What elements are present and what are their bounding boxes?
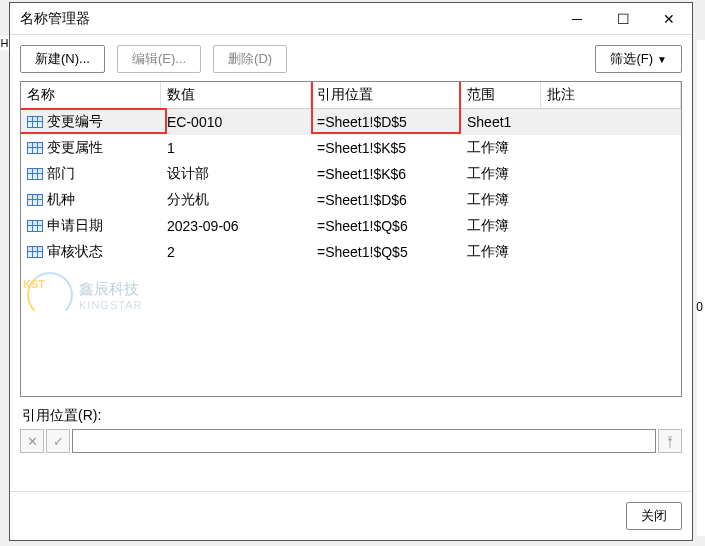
titlebar: 名称管理器 ─ ☐ ✕ bbox=[10, 3, 692, 35]
ref-accept-button[interactable]: ✓ bbox=[46, 429, 70, 453]
name-icon bbox=[27, 246, 43, 258]
background-cell-h: H bbox=[0, 36, 9, 50]
name-icon bbox=[27, 194, 43, 206]
grid-header: 名称 数值 引用位置 范围 批注 bbox=[21, 82, 681, 109]
row-scope: 工作簿 bbox=[461, 189, 541, 211]
row-scope: 工作簿 bbox=[461, 137, 541, 159]
name-manager-dialog: 名称管理器 ─ ☐ ✕ 新建(N)... 编辑(E)... 删除(D) 筛选(F… bbox=[9, 2, 693, 541]
col-scope[interactable]: 范围 bbox=[461, 82, 541, 108]
table-row[interactable]: 变更编号EC-0010=Sheet1!$D$5Sheet1 bbox=[21, 109, 681, 135]
row-name: 机种 bbox=[47, 191, 75, 209]
row-ref: =Sheet1!$Q$6 bbox=[311, 216, 461, 236]
col-name[interactable]: 名称 bbox=[21, 82, 161, 108]
row-scope: Sheet1 bbox=[461, 112, 541, 132]
col-comment[interactable]: 批注 bbox=[541, 82, 681, 108]
row-ref: =Sheet1!$K$6 bbox=[311, 164, 461, 184]
watermark-circle-icon bbox=[27, 272, 73, 318]
x-icon: ✕ bbox=[27, 434, 38, 449]
ref-input[interactable] bbox=[72, 429, 656, 453]
name-icon bbox=[27, 116, 43, 128]
minimize-button[interactable]: ─ bbox=[554, 3, 600, 35]
watermark-sub: KINGSTAR bbox=[79, 299, 142, 311]
row-name: 部门 bbox=[47, 165, 75, 183]
name-icon bbox=[27, 142, 43, 154]
row-name: 变更编号 bbox=[47, 113, 103, 131]
ref-collapse-button[interactable]: ⭱ bbox=[658, 429, 682, 453]
table-row[interactable]: 部门设计部=Sheet1!$K$6工作簿 bbox=[21, 161, 681, 187]
close-window-button[interactable]: ✕ bbox=[646, 3, 692, 35]
row-scope: 工作簿 bbox=[461, 215, 541, 237]
table-row[interactable]: 申请日期2023-09-06=Sheet1!$Q$6工作簿 bbox=[21, 213, 681, 239]
table-row[interactable]: 审核状态2=Sheet1!$Q$5工作簿 bbox=[21, 239, 681, 265]
maximize-button[interactable]: ☐ bbox=[600, 3, 646, 35]
background-edge bbox=[697, 40, 705, 536]
row-ref: =Sheet1!$D$6 bbox=[311, 190, 461, 210]
table-row[interactable]: 机种分光机=Sheet1!$D$6工作簿 bbox=[21, 187, 681, 213]
watermark: KST 鑫辰科技 KINGSTAR bbox=[27, 272, 142, 318]
row-value: 分光机 bbox=[161, 189, 311, 211]
row-comment bbox=[541, 146, 681, 150]
footer: 关闭 bbox=[10, 491, 692, 540]
close-button[interactable]: 关闭 bbox=[626, 502, 682, 530]
row-ref: =Sheet1!$D$5 bbox=[311, 112, 461, 132]
window-title: 名称管理器 bbox=[20, 10, 90, 28]
name-icon bbox=[27, 168, 43, 180]
row-value: 1 bbox=[161, 138, 311, 158]
ref-cancel-button[interactable]: ✕ bbox=[20, 429, 44, 453]
row-value: 2023-09-06 bbox=[161, 216, 311, 236]
col-ref[interactable]: 引用位置 bbox=[311, 82, 461, 108]
background-cell-0: 0 bbox=[696, 300, 703, 314]
col-value[interactable]: 数值 bbox=[161, 82, 311, 108]
row-value: EC-0010 bbox=[161, 112, 311, 132]
row-ref: =Sheet1!$K$5 bbox=[311, 138, 461, 158]
name-icon bbox=[27, 220, 43, 232]
row-name: 申请日期 bbox=[47, 217, 103, 235]
row-name: 变更属性 bbox=[47, 139, 103, 157]
ref-row: ✕ ✓ ⭱ bbox=[20, 429, 682, 453]
collapse-icon: ⭱ bbox=[664, 434, 677, 449]
chevron-down-icon: ▼ bbox=[657, 54, 667, 65]
row-value: 设计部 bbox=[161, 163, 311, 185]
row-comment bbox=[541, 250, 681, 254]
row-ref: =Sheet1!$Q$5 bbox=[311, 242, 461, 262]
row-value: 2 bbox=[161, 242, 311, 262]
delete-button[interactable]: 删除(D) bbox=[213, 45, 287, 73]
row-comment bbox=[541, 172, 681, 176]
ref-label: 引用位置(R): bbox=[22, 407, 680, 425]
row-comment bbox=[541, 120, 681, 124]
toolbar: 新建(N)... 编辑(E)... 删除(D) 筛选(F) ▼ bbox=[10, 35, 692, 81]
new-button[interactable]: 新建(N)... bbox=[20, 45, 105, 73]
edit-button[interactable]: 编辑(E)... bbox=[117, 45, 201, 73]
watermark-brand: 鑫辰科技 bbox=[79, 280, 142, 299]
row-scope: 工作簿 bbox=[461, 163, 541, 185]
row-comment bbox=[541, 198, 681, 202]
check-icon: ✓ bbox=[53, 434, 64, 449]
names-grid[interactable]: 名称 数值 引用位置 范围 批注 变更编号EC-0010=Sheet1!$D$5… bbox=[20, 81, 682, 397]
filter-button[interactable]: 筛选(F) ▼ bbox=[595, 45, 682, 73]
row-name: 审核状态 bbox=[47, 243, 103, 261]
row-scope: 工作簿 bbox=[461, 241, 541, 263]
table-row[interactable]: 变更属性1=Sheet1!$K$5工作簿 bbox=[21, 135, 681, 161]
row-comment bbox=[541, 224, 681, 228]
filter-label: 筛选(F) bbox=[610, 50, 653, 68]
